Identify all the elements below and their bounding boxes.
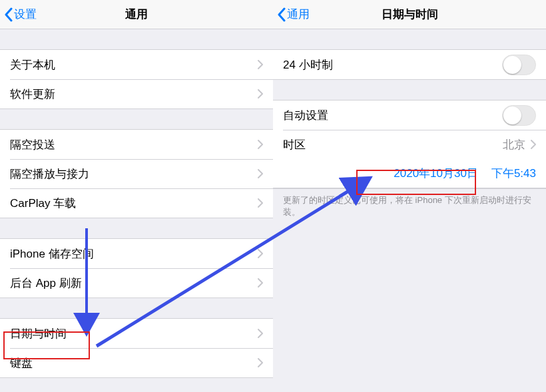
group-airdrop: 隔空投送 隔空播放与接力 CarPlay 车载 — [0, 129, 273, 218]
row-airplay[interactable]: 隔空播放与接力 — [0, 159, 273, 188]
back-label: 通用 — [287, 7, 310, 22]
date-time-pane: 通用 日期与时间 24 小时制 自动设置 时区 北京 2020年10月30 — [273, 0, 546, 392]
row-software-update[interactable]: 软件更新 — [0, 79, 273, 108]
chevron-right-icon — [258, 329, 263, 338]
chevron-right-icon — [258, 140, 263, 149]
page-title: 日期与时间 — [273, 7, 546, 22]
row-label: iPhone 储存空间 — [10, 246, 258, 262]
toggle-24h[interactable] — [502, 55, 536, 75]
timezone-value: 北京 — [503, 137, 525, 152]
chevron-right-icon — [258, 60, 263, 69]
row-auto-set[interactable]: 自动设置 — [273, 100, 546, 130]
row-background-refresh[interactable]: 后台 App 刷新 — [0, 268, 273, 297]
row-label: 隔空投送 — [10, 137, 258, 152]
chevron-left-icon — [277, 7, 286, 22]
row-label: 隔空播放与接力 — [10, 166, 258, 182]
row-timezone[interactable]: 时区 北京 — [273, 130, 546, 159]
row-label: CarPlay 车载 — [10, 196, 258, 211]
time-value[interactable]: 下午5:43 — [491, 166, 536, 181]
row-label: 24 小时制 — [283, 57, 502, 73]
row-about[interactable]: 关于本机 — [0, 50, 273, 79]
back-label: 设置 — [14, 7, 37, 22]
chevron-right-icon — [531, 140, 536, 149]
chevron-right-icon — [258, 198, 263, 208]
highlight-date-time-row — [3, 331, 90, 359]
row-iphone-storage[interactable]: iPhone 储存空间 — [0, 239, 273, 268]
chevron-right-icon — [258, 358, 263, 367]
group-24h: 24 小时制 — [273, 49, 546, 80]
row-label: 时区 — [283, 137, 503, 152]
group-about: 关于本机 软件更新 — [0, 49, 273, 109]
toggle-auto[interactable] — [502, 105, 536, 126]
chevron-right-icon — [258, 89, 263, 98]
row-airdrop[interactable]: 隔空投送 — [0, 130, 273, 159]
row-carplay[interactable]: CarPlay 车载 — [0, 188, 273, 218]
nav-header: 通用 日期与时间 — [273, 0, 546, 29]
row-label: 软件更新 — [10, 87, 258, 102]
nav-header: 设置 通用 — [0, 0, 273, 29]
chevron-left-icon — [4, 7, 13, 22]
group-storage: iPhone 储存空间 后台 App 刷新 — [0, 238, 273, 298]
chevron-right-icon — [258, 169, 263, 178]
row-label: 关于本机 — [10, 57, 258, 73]
row-label: 自动设置 — [283, 108, 502, 123]
back-button[interactable]: 通用 — [273, 7, 310, 22]
highlight-date-value — [356, 170, 476, 195]
page-title: 通用 — [0, 7, 273, 22]
chevron-right-icon — [258, 249, 263, 258]
back-button[interactable]: 设置 — [0, 7, 37, 22]
row-24h[interactable]: 24 小时制 — [273, 50, 546, 79]
chevron-right-icon — [258, 278, 263, 288]
row-label: 后台 App 刷新 — [10, 276, 258, 291]
